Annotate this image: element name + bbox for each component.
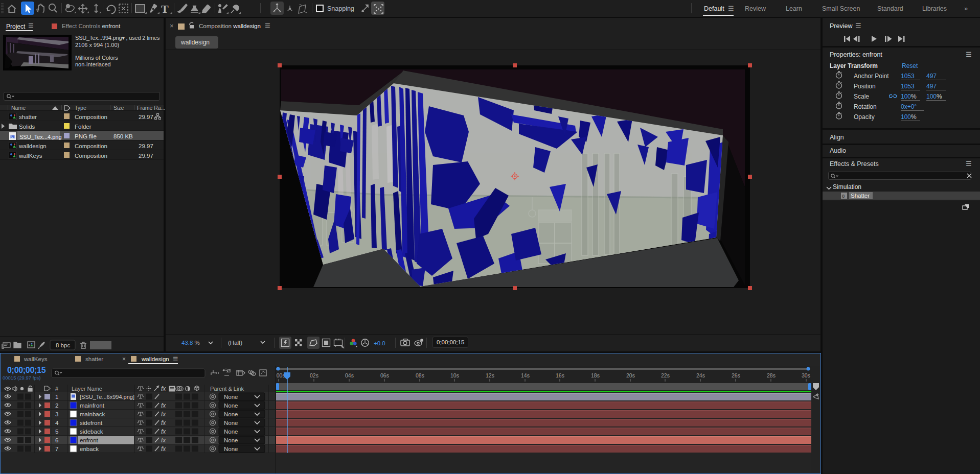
svg-text:+0.0: +0.0 xyxy=(374,340,385,346)
svg-text:26s: 26s xyxy=(732,372,740,378)
svg-text:04s: 04s xyxy=(345,372,354,378)
svg-text:T: T xyxy=(161,3,169,15)
svg-text:enback: enback xyxy=(80,446,99,452)
svg-text:14s: 14s xyxy=(521,372,530,378)
svg-text:wallKeys: wallKeys xyxy=(24,356,48,362)
svg-text:2: 2 xyxy=(55,402,58,409)
svg-text:08s: 08s xyxy=(416,372,424,378)
svg-text:Layer Name: Layer Name xyxy=(72,386,102,392)
svg-text:mainfront: mainfront xyxy=(80,402,105,409)
svg-text:[SSU_Te...6x994.png]: [SSU_Te...6x994.png] xyxy=(80,394,134,400)
svg-text:5: 5 xyxy=(55,429,58,435)
svg-text:20s: 20s xyxy=(626,372,635,378)
svg-text:30s: 30s xyxy=(802,372,810,378)
svg-text:shatter: shatter xyxy=(85,356,103,362)
svg-text:☰: ☰ xyxy=(173,356,178,362)
svg-text:00015 (29.97 fps): 00015 (29.97 fps) xyxy=(3,375,40,381)
svg-text:Parent & Link: Parent & Link xyxy=(210,386,244,392)
svg-text:6: 6 xyxy=(55,437,58,443)
svg-text:28s: 28s xyxy=(767,372,776,378)
svg-text:mainback: mainback xyxy=(80,411,105,417)
svg-text:8 bpc: 8 bpc xyxy=(56,342,70,348)
svg-text:#: # xyxy=(55,386,59,392)
svg-text:sidefront: sidefront xyxy=(80,420,103,426)
svg-text:10s: 10s xyxy=(450,372,459,378)
svg-text:7: 7 xyxy=(55,446,58,452)
svg-text:4: 4 xyxy=(55,420,59,426)
svg-text:sideback: sideback xyxy=(80,429,103,435)
svg-text:24s: 24s xyxy=(696,372,705,378)
svg-text:06s: 06s xyxy=(380,372,389,378)
svg-text:16s: 16s xyxy=(556,372,564,378)
svg-text:Snapping: Snapping xyxy=(327,5,354,12)
svg-text:1: 1 xyxy=(55,394,58,400)
svg-text:3: 3 xyxy=(55,411,58,417)
svg-text:02s: 02s xyxy=(310,372,318,378)
svg-text:0:00s: 0:00s xyxy=(272,372,285,378)
svg-text:walldesign: walldesign xyxy=(141,356,169,362)
svg-text:×: × xyxy=(122,356,126,363)
svg-text:18s: 18s xyxy=(591,372,600,378)
svg-text:12s: 12s xyxy=(486,372,494,378)
svg-text:0;00;00;15: 0;00;00;15 xyxy=(7,366,46,374)
svg-text:22s: 22s xyxy=(661,372,670,378)
svg-text:enfront: enfront xyxy=(80,437,99,443)
